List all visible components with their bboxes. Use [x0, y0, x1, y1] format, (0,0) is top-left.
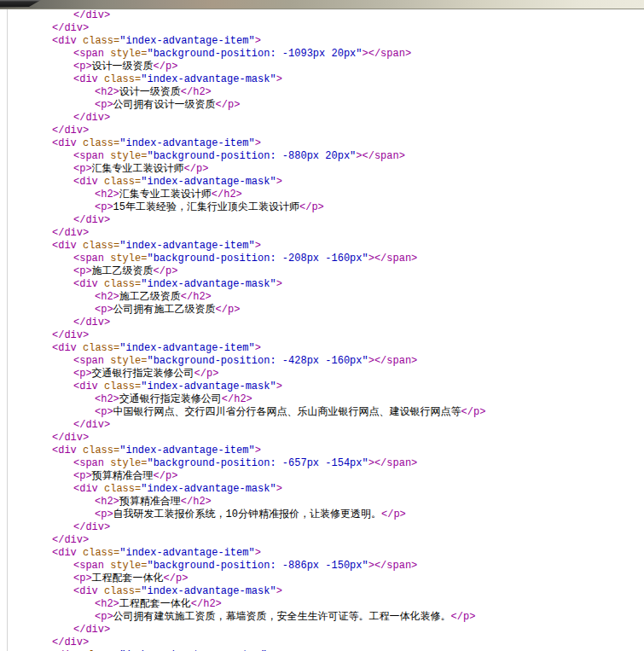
code-value-token: "index-advantage-item" [119, 547, 254, 559]
code-attr-token: style= [104, 150, 147, 162]
code-tag-token: </h2> [181, 291, 212, 303]
code-tag-token: </div> [52, 636, 89, 648]
code-tag-token: </p> [154, 470, 178, 482]
code-tag-token: ></span> [356, 150, 405, 162]
code-text-token: 公司拥有设计一级资质 [113, 99, 216, 111]
code-tag-token: <h2> [95, 393, 119, 405]
code-tag-token: > [276, 483, 282, 495]
source-line: <span style="background-position: -886px… [0, 560, 644, 573]
code-attr-token: style= [104, 355, 147, 367]
code-text-token: 交通银行指定装修公司 [119, 393, 222, 405]
source-line: </div> [0, 214, 644, 227]
source-line: <div class="index-advantage-item"> [0, 137, 644, 150]
code-tag-token: > [255, 547, 261, 559]
code-tag-token: > [255, 137, 261, 149]
code-tag-token: <p> [95, 509, 113, 520]
code-tag-token: ></span> [368, 355, 418, 367]
code-value-token: "index-advantage-item" [119, 342, 254, 354]
source-line: <h2>设计一级资质</h2> [0, 86, 644, 99]
code-value-token: "background-position: -657px -154px" [147, 457, 368, 469]
code-tag-token: <div [52, 342, 77, 354]
code-value-token: "background-position: -886px -150px" [147, 560, 368, 572]
code-tag-token: > [255, 240, 261, 252]
source-line: <p>公司拥有建筑施工资质，幕墙资质，安全生生许可证等。工程一体化装修。</p> [0, 611, 644, 624]
code-tag-token: <div [73, 278, 98, 290]
code-tag-token: </p> [381, 509, 406, 520]
source-line: <h2>交通银行指定装修公司</h2> [0, 393, 644, 406]
code-tag-token: </h2> [191, 598, 222, 610]
source-line: <p>设计一级资质</p> [0, 61, 644, 73]
source-line: </div> [0, 112, 644, 125]
code-tag-token: </div> [52, 22, 89, 34]
code-tag-token: <p> [73, 265, 92, 277]
code-tag-token: </p> [216, 99, 241, 111]
code-tag-token: > [255, 445, 261, 456]
code-tag-token: <p> [95, 611, 113, 623]
source-line: </div> [0, 22, 644, 35]
code-attr-token: class= [77, 342, 119, 354]
code-tag-token: <span [73, 48, 104, 60]
code-tag-token: </div> [73, 624, 110, 636]
source-line: <div class="index-advantage-mask"> [0, 73, 644, 86]
code-tag-token: <div [73, 73, 98, 85]
code-attr-token: style= [104, 253, 147, 264]
code-text-token: 交通银行指定装修公司 [92, 368, 194, 380]
view-source-window: </div></div><div class="index-advantage-… [0, 0, 644, 651]
code-text-token: 中国银行网点、交行四川省分行各网点、乐山商业银行网点、建设银行网点等 [113, 406, 461, 418]
code-tag-token: </p> [299, 201, 324, 213]
code-tag-token: <div [73, 176, 98, 188]
source-line: <div class="index-advantage-item"> [0, 240, 644, 253]
code-tag-token: <div [52, 445, 77, 456]
code-text-token: 设计一级资质 [92, 61, 154, 73]
code-tag-token: > [276, 73, 282, 85]
code-tag-token: <span [73, 253, 104, 264]
code-tag-token: <p> [95, 304, 113, 316]
code-tag-token: </div> [52, 125, 89, 137]
code-attr-token: style= [104, 48, 147, 60]
source-line: <div class="index-advantage-mask"> [0, 278, 644, 291]
source-line: <p>中国银行网点、交行四川省分行各网点、乐山商业银行网点、建设银行网点等</p… [0, 406, 644, 419]
code-tag-token: </div> [73, 9, 110, 21]
code-tag-token: </h2> [181, 86, 212, 98]
code-tag-token: </div> [73, 317, 110, 328]
code-value-token: "index-advantage-mask" [141, 73, 276, 85]
source-line: </div> [0, 419, 644, 432]
code-text-token: 工程配套一体化 [119, 598, 191, 610]
code-tag-token: </p> [194, 368, 219, 380]
source-line: <h2>预算精准合理</h2> [0, 496, 644, 509]
source-line: <h2>施工乙级资质</h2> [0, 291, 644, 304]
code-text-token: 预算精准合理 [92, 470, 154, 482]
code-value-token: "index-advantage-mask" [141, 585, 276, 597]
code-text-token: 工程配套一体化 [92, 573, 164, 584]
code-attr-token: style= [104, 457, 147, 469]
code-value-token: "index-advantage-item" [119, 35, 254, 47]
code-attr-token: class= [77, 240, 119, 252]
source-line: <h2>汇集专业工装设计师</h2> [0, 189, 644, 201]
code-tag-token: </div> [73, 112, 110, 124]
code-tag-token: ></span> [368, 457, 418, 469]
source-line: </div> [0, 636, 644, 649]
code-tag-token: </div> [73, 521, 110, 533]
source-line: <div class="index-advantage-item"> [0, 35, 644, 48]
code-tag-token: </div> [73, 214, 110, 226]
code-tag-token: </p> [164, 573, 189, 584]
code-attr-token: class= [98, 483, 141, 495]
code-text-token: 15年工装经验，汇集行业顶尖工装设计师 [113, 201, 299, 213]
source-line: <p>自我研发工装报价系统，10分钟精准报价，让装修更透明。</p> [0, 509, 644, 521]
code-tag-token: <h2> [95, 598, 119, 610]
code-value-token: "background-position: -1093px 20px" [147, 48, 362, 60]
code-attr-token: class= [98, 585, 141, 597]
source-line: <p>公司拥有设计一级资质</p> [0, 99, 644, 112]
code-tag-token: > [255, 35, 261, 47]
source-line: <span style="background-position: -880px… [0, 150, 644, 163]
code-tag-token: </h2> [222, 393, 252, 405]
code-value-token: "index-advantage-item" [119, 137, 254, 149]
code-text-token: 自我研发工装报价系统，10分钟精准报价，让装修更透明。 [113, 509, 381, 520]
code-text-token: 公司拥有建筑施工资质，幕墙资质，安全生生许可证等。工程一体化装修。 [113, 611, 451, 623]
code-tag-token: <h2> [95, 189, 119, 201]
code-attr-token: class= [77, 445, 119, 456]
code-tag-token: <span [73, 560, 104, 572]
code-text-token: 预算精准合理 [119, 496, 181, 508]
code-value-token: "index-advantage-mask" [141, 176, 276, 188]
source-code-area[interactable]: </div></div><div class="index-advantage-… [0, 9, 644, 651]
